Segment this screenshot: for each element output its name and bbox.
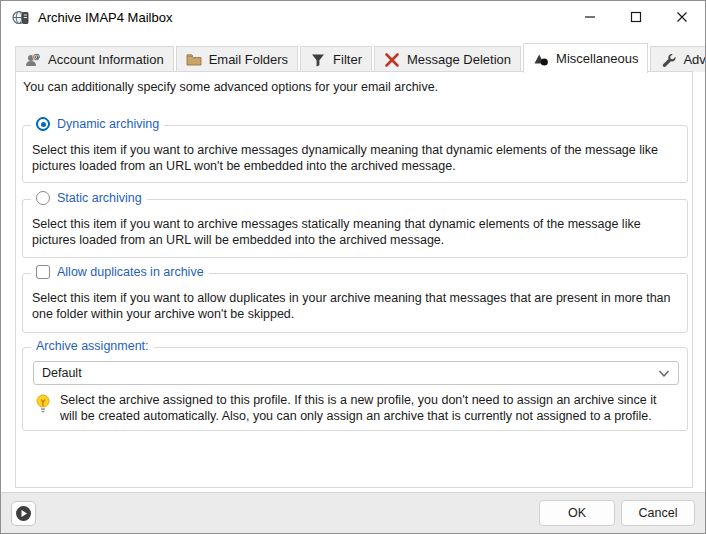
tab-label: Email Folders bbox=[209, 52, 288, 67]
minimize-icon bbox=[584, 11, 596, 23]
wrench-icon bbox=[660, 52, 676, 68]
chevron-down-icon bbox=[658, 369, 670, 378]
archive-assignment-group: Archive assignment: Default Select the a… bbox=[22, 347, 688, 431]
static-archiving-label[interactable]: Static archiving bbox=[57, 191, 142, 205]
dynamic-archiving-option[interactable]: Dynamic archiving bbox=[31, 117, 164, 131]
assignment-tip-text: Select the archive assigned to this prof… bbox=[60, 392, 677, 424]
archive-imap4-mailbox-dialog: Archive IMAP4 Mailbox @ Account Informat… bbox=[0, 0, 706, 534]
globe-archive-app-icon bbox=[12, 9, 29, 26]
archive-assignment-select[interactable]: Default bbox=[33, 361, 679, 385]
tab-advanced[interactable]: Advanced bbox=[650, 46, 706, 72]
allow-duplicates-label[interactable]: Allow duplicates in archive bbox=[57, 265, 204, 279]
static-archiving-option[interactable]: Static archiving bbox=[31, 191, 147, 205]
archive-assignment-label: Archive assignment: bbox=[36, 339, 149, 353]
dynamic-archiving-group: Dynamic archiving Select this item if yo… bbox=[22, 125, 688, 183]
dynamic-archiving-radio[interactable] bbox=[36, 117, 50, 131]
tab-filter[interactable]: Filter bbox=[300, 46, 372, 72]
shapes-icon bbox=[533, 51, 549, 67]
tab-miscellaneous[interactable]: Miscellaneous bbox=[523, 43, 648, 73]
close-button[interactable] bbox=[659, 1, 705, 33]
window-title: Archive IMAP4 Mailbox bbox=[38, 10, 172, 25]
archive-assignment-value: Default bbox=[42, 366, 82, 380]
tab-label: Filter bbox=[333, 52, 362, 67]
allow-duplicates-checkbox[interactable] bbox=[36, 265, 50, 279]
assignment-tip: Select the archive assigned to this prof… bbox=[35, 392, 677, 424]
tab-strip: @ Account Information Email Folders Filt… bbox=[15, 42, 693, 72]
allow-duplicates-description: Select this item if you want to allow du… bbox=[23, 274, 687, 330]
run-profile-button[interactable] bbox=[11, 501, 36, 526]
dynamic-archiving-description: Select this item if you want to archive … bbox=[23, 126, 687, 182]
maximize-button[interactable] bbox=[613, 1, 659, 33]
tab-label: Account Information bbox=[48, 52, 164, 67]
static-archiving-radio[interactable] bbox=[36, 191, 50, 205]
ok-button[interactable]: OK bbox=[539, 500, 615, 526]
tab-label: Advanced bbox=[683, 52, 706, 67]
funnel-icon bbox=[310, 52, 326, 68]
tab-email-folders[interactable]: Email Folders bbox=[176, 46, 298, 72]
intro-text: You can additionally specify some advanc… bbox=[23, 80, 438, 94]
tab-label: Message Deletion bbox=[407, 52, 511, 67]
allow-duplicates-option[interactable]: Allow duplicates in archive bbox=[31, 265, 209, 279]
close-icon bbox=[676, 11, 688, 23]
lightbulb-icon bbox=[35, 394, 51, 414]
miscellaneous-tab-page: You can additionally specify some advanc… bbox=[15, 71, 693, 488]
minimize-button[interactable] bbox=[567, 1, 613, 33]
tab-message-deletion[interactable]: Message Deletion bbox=[374, 46, 521, 72]
caption-buttons bbox=[567, 1, 705, 33]
static-archiving-description: Select this item if you want to archive … bbox=[23, 200, 687, 256]
svg-text:@: @ bbox=[33, 52, 41, 61]
archive-assignment-caption: Archive assignment: bbox=[31, 339, 154, 353]
play-icon bbox=[15, 505, 32, 522]
folder-icon bbox=[186, 52, 202, 68]
red-x-icon bbox=[384, 52, 400, 68]
tab-account-information[interactable]: @ Account Information bbox=[15, 46, 174, 72]
allow-duplicates-group: Allow duplicates in archive Select this … bbox=[22, 273, 688, 333]
maximize-icon bbox=[630, 11, 642, 23]
cancel-button[interactable]: Cancel bbox=[621, 500, 695, 526]
account-user-at-icon: @ bbox=[25, 52, 41, 68]
static-archiving-group: Static archiving Select this item if you… bbox=[22, 199, 688, 258]
tab-label: Miscellaneous bbox=[556, 51, 638, 66]
dynamic-archiving-label[interactable]: Dynamic archiving bbox=[57, 117, 159, 131]
titlebar: Archive IMAP4 Mailbox bbox=[1, 1, 705, 33]
footer-bar: OK Cancel bbox=[1, 492, 705, 533]
